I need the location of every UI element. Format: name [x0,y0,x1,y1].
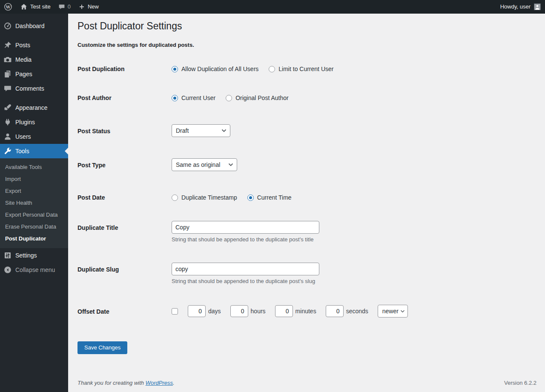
sidebar-item-label: Media [15,56,32,63]
my-account-menu[interactable]: Howdy, user [496,0,545,14]
sidebar-item-label: Appearance [15,104,48,111]
submenu-item-erase-personal-data[interactable]: Erase Personal Data [0,221,68,233]
settings-icon [3,251,12,260]
radio-label: Current User [181,94,215,101]
sidebar-item-label: Comments [15,85,44,92]
select-value: Draft [176,127,189,134]
radio-label: Duplicate Timestamp [181,194,237,201]
footer-version: Version 6.2.2 [504,380,536,386]
offset-days-input[interactable] [188,305,206,317]
chevron-down-icon [400,310,405,313]
offset-direction-select[interactable]: newer [378,305,408,318]
duplicate-slug-helper: String that should be appended to the du… [172,278,319,285]
select-value: Same as original [176,161,220,168]
offset-hours-input[interactable] [230,305,248,317]
sidebar-item-comments[interactable]: Comments [0,81,68,96]
site-name-label: Test site [30,0,51,14]
radio-label: Original Post Author [235,94,289,101]
save-changes-button[interactable]: Save Changes [77,341,127,354]
radio-icon[interactable] [172,66,178,72]
offset-date-checkbox[interactable] [172,308,178,315]
comment-icon [58,3,65,10]
radio-option-duplicate-timestamp[interactable]: Duplicate Timestamp [172,193,237,202]
wordpress-link[interactable]: WordPress [146,380,173,386]
sidebar-item-settings[interactable]: Settings [0,248,68,263]
sidebar-item-media[interactable]: Media [0,52,68,67]
sidebar-item-dashboard[interactable]: Dashboard [0,19,68,33]
sidebar-item-appearance[interactable]: Appearance [0,100,68,115]
row-duplicate-title: Duplicate Title String that should be ap… [77,221,536,243]
row-post-type: Post Type Same as original [77,158,536,171]
main-content: Post Duplicator Settings Customize the s… [68,0,545,386]
sidebar-item-pages[interactable]: Pages [0,67,68,81]
comments-count: 0 [68,0,71,14]
dashboard-icon [3,22,12,30]
radio-option-limit-current-user[interactable]: Limit to Current User [269,65,333,73]
radio-option-original-post-author[interactable]: Original Post Author [226,94,289,102]
radio-option-current-user[interactable]: Current User [172,94,215,102]
wordpress-menu[interactable]: W [0,0,16,14]
sidebar-item-label: Users [15,133,31,140]
sidebar-item-label: Tools [15,148,29,155]
site-name-link[interactable]: Test site [16,0,54,14]
duplicate-title-input[interactable] [172,221,319,234]
offset-minutes-input[interactable] [275,305,293,317]
howdy-label: Howdy, user [500,0,531,14]
new-label: New [88,0,99,14]
radio-label: Allow Duplication of All Users [181,66,258,72]
post-type-select[interactable]: Same as original [172,158,237,171]
media-icon [3,55,12,64]
page-title: Post Duplicator Settings [77,14,536,32]
submenu-item-export[interactable]: Export [0,185,68,197]
tools-submenu: Available Tools Import Export Site Healt… [0,158,68,248]
days-unit-label: days [208,308,221,315]
sidebar-item-label: Pages [15,71,32,77]
submenu-item-post-duplicator[interactable]: Post Duplicator [0,233,68,245]
offset-seconds-input[interactable] [326,305,344,317]
radio-icon[interactable] [172,95,178,101]
collapse-icon [3,266,12,274]
submenu-item-export-personal-data[interactable]: Export Personal Data [0,209,68,221]
sidebar-item-posts[interactable]: Posts [0,38,68,52]
radio-icon[interactable] [226,95,232,101]
collapse-menu-button[interactable]: Collapse menu [0,263,68,277]
footer-thanks: Thank you for creating with WordPress. [77,380,175,386]
row-offset-date: Offset Date days hours minutes seconds n… [77,305,536,318]
radio-icon[interactable] [269,66,275,72]
pages-icon [3,70,12,78]
field-label: Post Duplication [77,65,172,73]
submenu-item-available-tools[interactable]: Available Tools [0,161,68,173]
page-subtitle: Customize the settings for duplicated po… [77,42,536,49]
select-value: newer [382,308,399,315]
avatar [534,3,541,10]
post-status-select[interactable]: Draft [172,124,230,137]
seconds-unit-label: seconds [346,308,368,315]
sidebar-item-users[interactable]: Users [0,129,68,144]
submenu-item-site-health[interactable]: Site Health [0,197,68,209]
svg-text:W: W [6,5,11,9]
sidebar-item-plugins[interactable]: Plugins [0,115,68,129]
field-label: Offset Date [77,305,172,318]
appearance-icon [3,103,12,112]
plus-icon [78,3,85,10]
radio-option-allow-all-users[interactable]: Allow Duplication of All Users [172,65,258,73]
radio-icon[interactable] [247,195,254,201]
sidebar-item-label: Dashboard [15,23,45,29]
users-icon [3,132,12,141]
hours-unit-label: hours [251,308,266,315]
new-content-menu[interactable]: New [75,0,103,14]
sidebar-item-label: Collapse menu [15,266,55,273]
radio-icon[interactable] [172,195,178,201]
duplicate-slug-input[interactable] [172,263,319,275]
field-label: Post Type [77,158,172,171]
submenu-item-import[interactable]: Import [0,173,68,185]
radio-label: Limit to Current User [278,66,333,72]
radio-option-current-time[interactable]: Current Time [247,193,292,202]
comments-icon [3,84,12,93]
sidebar-item-label: Settings [15,252,37,259]
footer-thanks-prefix: Thank you for creating with [77,380,146,386]
comments-shortcut[interactable]: 0 [54,0,75,14]
home-icon [20,3,28,11]
admin-bar: W Test site 0 New Howdy, user [0,0,545,14]
sidebar-item-tools[interactable]: Tools [0,144,68,158]
